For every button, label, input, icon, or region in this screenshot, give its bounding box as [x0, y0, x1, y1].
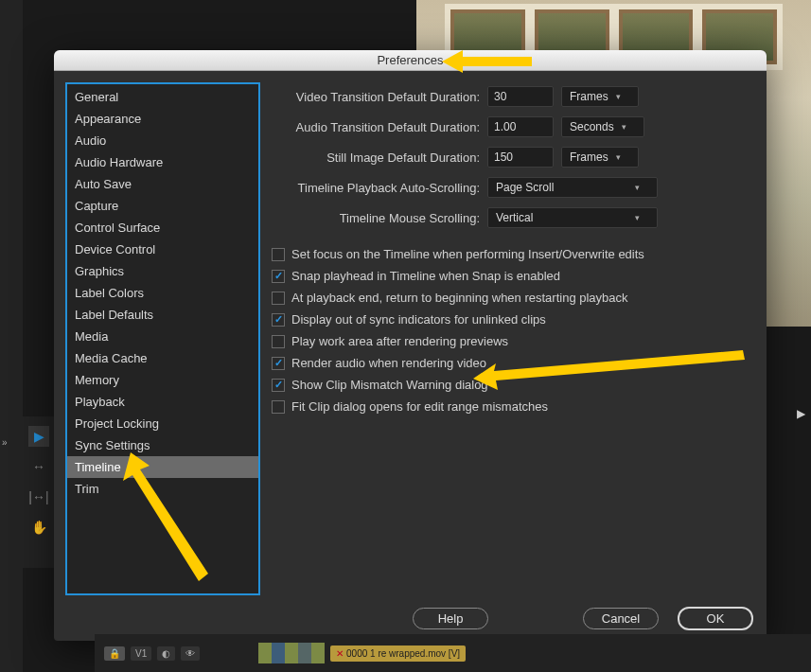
ok-button[interactable]: OK: [678, 607, 753, 630]
sidebar-item-media[interactable]: Media: [67, 326, 258, 347]
checkbox-label: Set focus on the Timeline when performin…: [291, 247, 644, 261]
sidebar-item-label-defaults[interactable]: Label Defaults: [67, 304, 258, 326]
chevron-down-icon: ▾: [635, 183, 640, 192]
checkbox-row: Play work area after rendering previews: [272, 334, 755, 348]
ripple-tool-icon[interactable]: ↔: [28, 456, 49, 477]
checkbox[interactable]: [272, 313, 285, 327]
expand-icon[interactable]: »: [2, 437, 6, 448]
sidebar-item-project-locking[interactable]: Project Locking: [67, 413, 258, 434]
checkbox[interactable]: [272, 335, 285, 348]
setting-value-input[interactable]: [487, 147, 554, 168]
sidebar-item-memory[interactable]: Memory: [67, 369, 258, 391]
checkbox-label: Play work area after rendering previews: [291, 334, 508, 348]
timeline-settings-panel: Video Transition Default Duration:Frames…: [272, 82, 755, 595]
hand-tool-icon[interactable]: ✋: [28, 517, 49, 538]
sidebar-item-trim[interactable]: Trim: [67, 478, 258, 500]
setting-unit-select[interactable]: Frames▾: [561, 86, 639, 107]
chevron-down-icon: ▾: [622, 122, 626, 132]
checkbox[interactable]: [272, 400, 285, 414]
checkbox-row: Fit Clip dialog opens for edit range mis…: [272, 399, 755, 414]
setting-value-input[interactable]: [487, 116, 554, 137]
checkbox-row: Display out of sync indicators for unlin…: [272, 312, 755, 327]
checkbox[interactable]: [272, 379, 285, 392]
checkbox-row: Set focus on the Timeline when performin…: [272, 247, 755, 261]
setting-select[interactable]: Vertical▾: [487, 207, 658, 228]
dialog-title: Preferences: [377, 53, 443, 67]
setting-unit-select[interactable]: Seconds▾: [561, 116, 644, 137]
checkbox-label: At playback end, return to beginning whe…: [291, 291, 628, 305]
setting-label: Timeline Playback Auto-Scrolling:: [272, 181, 480, 195]
track-label[interactable]: V1: [131, 646, 151, 661]
sidebar-item-general[interactable]: General: [67, 86, 258, 108]
tool-palette: ▶ ↔ |↔| ✋: [23, 416, 55, 568]
sidebar-item-device-control[interactable]: Device Control: [67, 239, 258, 260]
checkbox-label: Show Clip Mismatch Warning dialog: [291, 378, 488, 392]
setting-label: Still Image Default Duration:: [272, 150, 480, 165]
cancel-button[interactable]: Cancel: [583, 608, 659, 629]
lock-icon[interactable]: 🔒: [104, 646, 125, 661]
sidebar-item-graphics[interactable]: Graphics: [67, 260, 258, 282]
sidebar-item-media-cache[interactable]: Media Cache: [67, 347, 258, 369]
preferences-dialog: Preferences GeneralAppearanceAudioAudio …: [54, 50, 767, 641]
timeline-thumbnails: [258, 643, 325, 663]
checkbox-row: Show Clip Mismatch Warning dialog: [272, 378, 755, 392]
sidebar-item-auto-save[interactable]: Auto Save: [67, 173, 258, 195]
toggle-icon[interactable]: ◐: [157, 646, 175, 661]
checkbox-row: Snap playhead in Timeline when Snap is e…: [272, 269, 755, 283]
chevron-down-icon: ▾: [616, 92, 621, 101]
timeline-strip: 🔒 V1 ◐ 👁 ✕ 0000 1 re wrapped.mov [V]: [95, 634, 811, 672]
sidebar-item-appearance[interactable]: Appearance: [67, 108, 258, 130]
checkbox-label: Display out of sync indicators for unlin…: [291, 312, 546, 327]
play-icon: ▶: [797, 407, 805, 420]
sidebar-item-control-surface[interactable]: Control Surface: [67, 217, 258, 239]
checkbox-label: Render audio when rendering video: [291, 356, 486, 370]
chevron-down-icon: ▾: [616, 152, 621, 162]
checkbox-label: Fit Clip dialog opens for edit range mis…: [291, 399, 548, 414]
checkbox-row: Render audio when rendering video: [272, 356, 755, 370]
checkbox-label: Snap playhead in Timeline when Snap is e…: [291, 269, 560, 283]
setting-label: Timeline Mouse Scrolling:: [272, 211, 480, 225]
checkbox-row: At playback end, return to beginning whe…: [272, 291, 755, 305]
sidebar-item-timeline[interactable]: Timeline: [67, 456, 258, 478]
sidebar-item-audio[interactable]: Audio: [67, 130, 258, 151]
setting-label: Video Transition Default Duration:: [272, 90, 480, 104]
sidebar-item-audio-hardware[interactable]: Audio Hardware: [67, 151, 258, 173]
setting-unit-select[interactable]: Frames▾: [561, 147, 639, 168]
sidebar-item-playback[interactable]: Playback: [67, 391, 258, 413]
dialog-titlebar: Preferences: [54, 50, 767, 71]
checkbox[interactable]: [272, 292, 285, 305]
left-gutter: [0, 0, 23, 672]
sidebar-item-sync-settings[interactable]: Sync Settings: [67, 434, 258, 456]
help-button[interactable]: Help: [413, 608, 488, 629]
timeline-clip[interactable]: ✕ 0000 1 re wrapped.mov [V]: [330, 645, 466, 662]
setting-label: Audio Transition Default Duration:: [272, 120, 480, 134]
selection-tool-icon[interactable]: ▶: [28, 426, 49, 447]
preferences-sidebar: GeneralAppearanceAudioAudio HardwareAuto…: [65, 82, 260, 595]
eye-icon[interactable]: 👁: [181, 646, 200, 661]
chevron-down-icon: ▾: [635, 213, 640, 222]
checkbox[interactable]: [272, 248, 285, 261]
slip-tool-icon[interactable]: |↔|: [28, 486, 49, 507]
setting-select[interactable]: Page Scroll▾: [487, 177, 658, 198]
checkbox[interactable]: [272, 357, 285, 370]
checkbox[interactable]: [272, 270, 285, 283]
setting-value-input[interactable]: [487, 86, 554, 107]
sidebar-item-label-colors[interactable]: Label Colors: [67, 282, 258, 304]
sidebar-item-capture[interactable]: Capture: [67, 195, 258, 217]
